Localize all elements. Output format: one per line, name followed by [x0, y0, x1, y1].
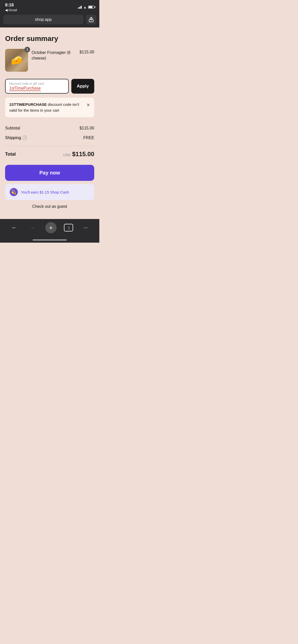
- product-info: October Fromagier (6 cheese): [32, 49, 76, 61]
- total-value: $115.00: [72, 151, 94, 158]
- discount-placeholder: Discount code or gift card: [9, 82, 65, 85]
- home-bar: [33, 239, 67, 241]
- wifi-icon: ▲: [83, 5, 87, 9]
- main-content: Order summary 1 October Fromagier (6 che…: [0, 27, 99, 219]
- guest-checkout-label: Check out as guest: [32, 204, 67, 209]
- shop-cash-banner[interactable]: 💫 You'll earn $1.15 Shop Cash: [5, 184, 94, 200]
- nav-forward-button[interactable]: →: [27, 223, 38, 232]
- bottom-navigation: ← → + :) ···: [0, 219, 99, 239]
- error-message: 1STTIMEPURCHASE discount code isn't vali…: [5, 98, 94, 117]
- discount-value: 1stTimePurchase: [9, 86, 41, 90]
- back-app-label[interactable]: Gmail: [8, 8, 17, 12]
- shipping-info-icon[interactable]: ?: [22, 136, 27, 140]
- discount-input-wrap[interactable]: Discount code or gift card 1stTimePurcha…: [5, 79, 69, 94]
- browser-bar: shop.app: [0, 13, 99, 27]
- page-title: Order summary: [5, 35, 94, 43]
- share-button[interactable]: [86, 15, 96, 24]
- product-price: $115.00: [79, 49, 94, 54]
- discount-row: Discount code or gift card 1stTimePurcha…: [5, 79, 94, 94]
- nav-add-button[interactable]: +: [45, 222, 57, 233]
- back-arrow-icon: ◀: [5, 8, 8, 12]
- error-close-button[interactable]: ✕: [86, 102, 90, 108]
- product-image-wrap: 1: [5, 49, 28, 72]
- status-bar: 8:18 ◀ Gmail ▲: [0, 0, 99, 13]
- url-text: shop.app: [35, 17, 52, 22]
- shipping-label-wrap: Shipping ?: [5, 136, 27, 140]
- shop-cash-text: You'll earn $1.15 Shop Cash: [21, 190, 69, 194]
- total-line: Total USD $115.00: [5, 147, 94, 158]
- shipping-label: Shipping: [5, 136, 21, 140]
- product-name: October Fromagier (6 cheese): [32, 50, 71, 60]
- status-time: 8:18: [5, 3, 14, 8]
- subtotal-line: Subtotal $115.00: [5, 123, 94, 133]
- shipping-line: Shipping ? FREE: [5, 133, 94, 143]
- product-row: 1 October Fromagier (6 cheese) $115.00: [5, 49, 94, 72]
- url-bar[interactable]: shop.app: [3, 15, 84, 24]
- guest-checkout-link[interactable]: Check out as guest: [5, 204, 94, 209]
- subtotal-value: $115.00: [79, 126, 94, 130]
- total-currency: USD: [63, 153, 71, 157]
- signal-icon: [78, 6, 82, 9]
- subtotal-label: Subtotal: [5, 126, 20, 130]
- home-indicator: [0, 239, 99, 243]
- nav-back-button[interactable]: ←: [9, 223, 20, 232]
- summary-lines: Subtotal $115.00 Shipping ? FREE: [5, 123, 94, 143]
- pay-now-button[interactable]: Pay now: [5, 165, 94, 181]
- total-value-wrap: USD $115.00: [63, 151, 94, 158]
- nav-more-button[interactable]: ···: [81, 223, 90, 232]
- error-code: 1STTIMEPURCHASE: [9, 102, 47, 107]
- nav-tabs-button[interactable]: :): [64, 224, 73, 231]
- shipping-value: FREE: [83, 136, 94, 140]
- item-quantity-badge: 1: [24, 47, 30, 52]
- shop-cash-icon: 💫: [10, 188, 18, 196]
- error-text: 1STTIMEPURCHASE discount code isn't vali…: [9, 102, 83, 113]
- total-label: Total: [5, 152, 16, 157]
- status-indicators: ▲: [78, 5, 94, 9]
- apply-button[interactable]: Apply: [71, 79, 94, 94]
- battery-icon: [88, 6, 94, 9]
- total-divider: [5, 146, 94, 146]
- product-image: [5, 49, 28, 72]
